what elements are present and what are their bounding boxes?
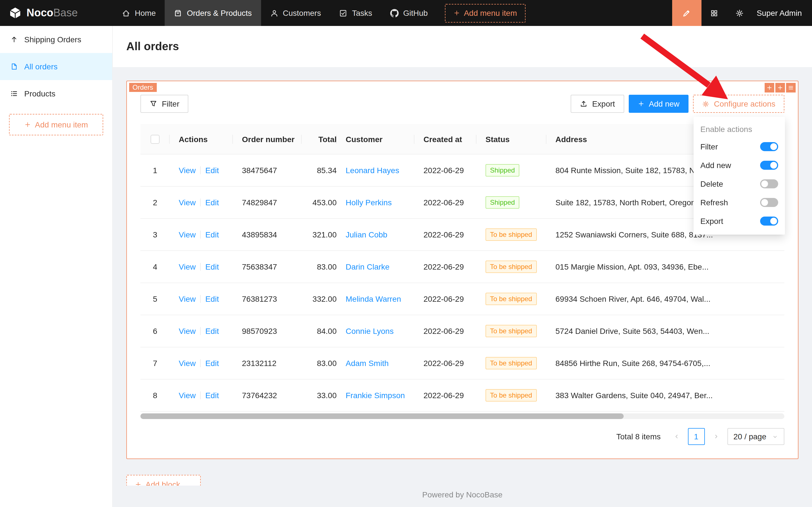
block-collection-tag: Orders — [129, 83, 157, 92]
menu-item-tasks[interactable]: Tasks — [330, 0, 381, 26]
dropdown-item-refresh[interactable]: Refresh — [694, 193, 785, 212]
add-new-button[interactable]: Add new — [629, 95, 689, 113]
select-all-cell — [140, 134, 170, 144]
edit-link[interactable]: Edit — [205, 294, 219, 303]
status-badge: To be shipped — [485, 389, 536, 401]
customer-link[interactable]: Frankie Simpson — [337, 391, 414, 400]
view-link[interactable]: View — [179, 230, 196, 239]
order-number-cell: 75638347 — [233, 262, 302, 271]
dropdown-item-export[interactable]: Export — [694, 212, 785, 230]
status-badge: To be shipped — [485, 228, 536, 241]
status-cell: To be shipped — [476, 293, 546, 305]
row-index: 5 — [140, 294, 170, 303]
plus-icon — [637, 100, 644, 107]
menu-item-home[interactable]: Home — [113, 0, 165, 26]
sidebar: Shipping Orders All orders Products Add … — [0, 26, 113, 507]
delete-toggle[interactable] — [760, 179, 778, 188]
next-page-button[interactable] — [709, 429, 722, 444]
view-link[interactable]: View — [179, 198, 196, 207]
export-button[interactable]: Export — [571, 95, 624, 113]
dropdown-item-add-new[interactable]: Add new — [694, 156, 785, 174]
view-link[interactable]: View — [179, 359, 196, 368]
refresh-toggle[interactable] — [760, 198, 778, 207]
settings-button[interactable] — [727, 0, 752, 26]
customer-link[interactable]: Julian Cobb — [337, 230, 414, 239]
orders-box-icon — [174, 9, 182, 17]
page-size-select[interactable]: 20 / page — [727, 428, 785, 445]
dropdown-item-label: Add new — [700, 160, 760, 169]
menu-item-github[interactable]: GitHub — [381, 0, 437, 26]
page-number-button[interactable]: 1 — [688, 428, 705, 445]
ui-editor-toggle-button[interactable] — [672, 0, 701, 26]
total-cell: 33.00 — [302, 391, 337, 400]
customer-link[interactable]: Melinda Warren — [337, 294, 414, 303]
customer-link[interactable]: Connie Lyons — [337, 327, 414, 336]
order-number-cell: 38475647 — [233, 166, 302, 175]
row-actions-cell: ViewEdit — [170, 294, 233, 303]
add-block-button[interactable]: Add block — [126, 475, 201, 486]
customer-link[interactable]: Leonard Hayes — [337, 166, 414, 175]
drag-handle-icon[interactable] — [765, 83, 774, 93]
logo-cube-icon — [9, 7, 21, 19]
customer-link[interactable]: Darin Clarke — [337, 262, 414, 271]
view-link[interactable]: View — [179, 327, 196, 336]
view-link[interactable]: View — [179, 391, 196, 400]
page-body: Orders Filter — [113, 67, 812, 507]
status-cell: Shipped — [476, 196, 546, 209]
export-upload-icon — [580, 100, 588, 108]
view-link[interactable]: View — [179, 262, 196, 271]
home-icon — [122, 9, 130, 17]
status-cell: To be shipped — [476, 228, 546, 241]
edit-link[interactable]: Edit — [205, 262, 219, 271]
order-number-cell: 23132112 — [233, 359, 302, 368]
status-badge: Shipped — [485, 196, 519, 209]
sidebar-add-menu-item-button[interactable]: Add menu item — [9, 114, 103, 135]
sidebar-item-all-orders[interactable]: All orders — [0, 53, 112, 80]
customer-link[interactable]: Adam Smith — [337, 359, 414, 368]
configure-actions-button[interactable]: Configure actions — [693, 95, 785, 113]
row-actions-cell: ViewEdit — [170, 391, 233, 400]
table-row: 2 ViewEdit 74829847 453.00 Holly Perkins… — [140, 187, 785, 219]
menu-item-customers[interactable]: Customers — [261, 0, 330, 26]
block-menu-icon[interactable] — [786, 83, 796, 93]
top-navbar: NocoBase Home Orders & Products Customer… — [0, 0, 812, 26]
nocobase-logo[interactable]: NocoBase — [0, 7, 113, 19]
created-at-cell: 2022-06-29 — [414, 262, 476, 271]
view-link[interactable]: View — [179, 294, 196, 303]
status-badge: To be shipped — [485, 293, 536, 305]
view-link[interactable]: View — [179, 166, 196, 175]
prev-page-button[interactable] — [670, 429, 683, 444]
created-at-cell: 2022-06-29 — [414, 327, 476, 336]
edit-link[interactable]: Edit — [205, 166, 219, 175]
order-number-cell: 43895834 — [233, 230, 302, 239]
current-user-menu[interactable]: Super Admin — [752, 8, 812, 17]
row-actions-cell: ViewEdit — [170, 198, 233, 207]
export-toggle[interactable] — [760, 216, 778, 225]
col-header-actions: Actions — [170, 134, 233, 144]
sidebar-item-shipping-orders[interactable]: Shipping Orders — [0, 26, 112, 53]
edit-link[interactable]: Edit — [205, 327, 219, 336]
dropdown-item-filter[interactable]: Filter — [694, 137, 785, 156]
filter-button[interactable]: Filter — [140, 95, 188, 113]
edit-link[interactable]: Edit — [205, 359, 219, 368]
edit-link[interactable]: Edit — [205, 391, 219, 400]
plugin-manager-button[interactable] — [701, 0, 727, 26]
add-new-toggle[interactable] — [760, 160, 778, 169]
edit-link[interactable]: Edit — [205, 198, 219, 207]
menu-item-orders-products[interactable]: Orders & Products — [165, 0, 261, 26]
nav-add-menu-item-button[interactable]: Add menu item — [445, 4, 525, 22]
add-block-inline-icon[interactable] — [775, 83, 785, 93]
select-all-checkbox[interactable] — [151, 134, 160, 144]
dropdown-item-delete[interactable]: Delete — [694, 174, 785, 193]
divider — [200, 295, 201, 303]
customers-user-icon — [270, 9, 278, 17]
table-row: 5 ViewEdit 76381273 332.00 Melinda Warre… — [140, 283, 785, 315]
address-cell: 5724 Daniel Drive, Suite 563, 54403, Wen… — [546, 327, 785, 336]
plus-icon — [453, 10, 460, 16]
sidebar-item-products[interactable]: Products — [0, 80, 112, 107]
filter-toggle[interactable] — [760, 142, 778, 151]
table-row: 6 ViewEdit 98570923 84.00 Connie Lyons 2… — [140, 315, 785, 347]
customer-link[interactable]: Holly Perkins — [337, 198, 414, 207]
horizontal-scrollbar-thumb[interactable] — [140, 413, 623, 419]
edit-link[interactable]: Edit — [205, 230, 219, 239]
